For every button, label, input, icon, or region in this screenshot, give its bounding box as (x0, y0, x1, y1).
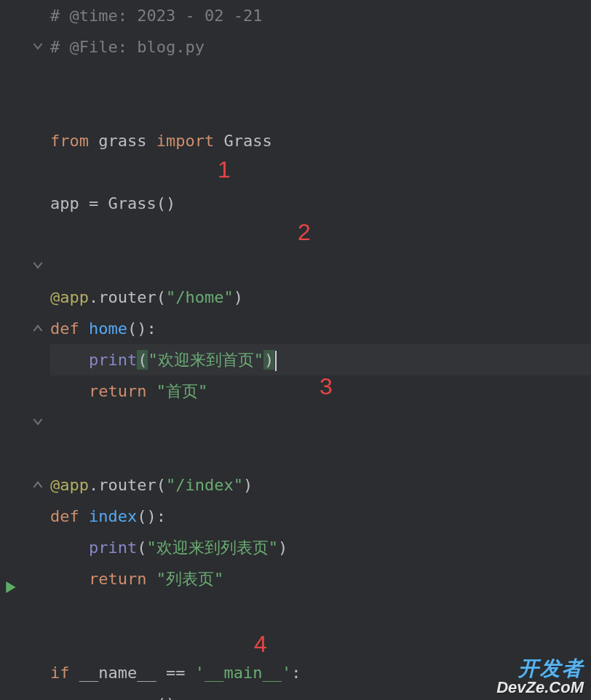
code-area[interactable]: # @time: 2023 - 02 -21 # @File: blog.py … (47, 0, 591, 700)
class-name: Grass (223, 132, 271, 150)
method: .router (89, 476, 156, 494)
matched-paren: ) (263, 350, 274, 370)
code-line[interactable]: print("欢迎来到列表页") (50, 532, 591, 563)
code-line[interactable]: return "列表页" (50, 563, 591, 594)
string: "欢迎来到首页" (148, 351, 263, 369)
code-line[interactable]: from grass import Grass (50, 125, 591, 156)
gutter (0, 0, 47, 700)
string: "列表页" (156, 570, 224, 588)
fold-icon[interactable] (31, 258, 45, 273)
parens: (): (137, 507, 166, 525)
builtin-call: print (89, 538, 137, 557)
keyword: return (89, 382, 146, 400)
fold-icon[interactable] (31, 415, 45, 429)
matched-paren: ( (137, 350, 148, 370)
paren: ( (156, 288, 166, 306)
dunder: __name__ (79, 664, 156, 682)
paren: ( (137, 538, 146, 557)
code-line[interactable]: def home(): (50, 313, 591, 344)
colon: : (291, 664, 301, 682)
code-line[interactable]: app.run() (50, 688, 591, 700)
paren: ( (156, 476, 166, 494)
run-icon[interactable] (4, 580, 18, 594)
function-name: index (89, 507, 137, 525)
keyword: def (50, 507, 79, 525)
parens: (): (127, 319, 156, 338)
text-cursor (275, 351, 277, 371)
keyword: def (50, 319, 79, 338)
method: .router (89, 288, 156, 306)
code-line[interactable] (50, 156, 591, 188)
code-line[interactable] (50, 438, 591, 469)
paren: ) (234, 288, 243, 306)
annotation-number: 3 (320, 371, 333, 402)
code-line[interactable] (50, 63, 591, 94)
string: '__main__' (195, 664, 291, 682)
keyword: from (50, 132, 89, 150)
code-line[interactable] (50, 94, 591, 125)
code-line[interactable]: # @File: blog.py (50, 31, 591, 63)
annotation-number: 2 (298, 217, 311, 248)
paren: ) (243, 476, 253, 494)
code-line[interactable]: def index(): (50, 501, 591, 532)
comment-text: # @File: blog.py (50, 38, 205, 56)
code-line[interactable]: # @time: 2023 - 02 -21 (50, 0, 591, 31)
annotation-number: 1 (218, 154, 231, 186)
code-line[interactable] (50, 219, 591, 250)
method-call: .run() (118, 695, 175, 700)
indent (50, 695, 89, 700)
string: "首页" (156, 382, 208, 400)
paren: ) (278, 538, 287, 557)
module-name: grass (98, 132, 146, 150)
code-line[interactable]: app = Grass() (50, 188, 591, 219)
identifier (89, 132, 98, 150)
keyword: return (89, 570, 146, 588)
string: "/home" (166, 288, 234, 306)
object: app (89, 695, 118, 700)
variable: app (50, 194, 79, 212)
parens: () (156, 194, 176, 212)
keyword: import (156, 132, 214, 150)
code-line[interactable] (50, 250, 591, 282)
operator: = (79, 194, 108, 212)
code-editor[interactable]: # @time: 2023 - 02 -21 # @File: blog.py … (0, 0, 591, 700)
call: Grass (108, 194, 156, 212)
indent (50, 382, 89, 400)
code-line[interactable] (50, 594, 591, 626)
keyword: if (50, 664, 70, 682)
code-line[interactable] (50, 626, 591, 657)
fold-icon[interactable] (31, 39, 45, 54)
string: "欢迎来到列表页" (146, 538, 278, 557)
fold-icon[interactable] (31, 322, 45, 336)
fold-icon[interactable] (31, 478, 45, 493)
decorator: @app (50, 288, 89, 306)
operator: == (156, 664, 195, 682)
indent (50, 538, 89, 557)
indent (50, 351, 89, 369)
code-line[interactable]: if __name__ == '__main__': (50, 657, 591, 688)
string: "/index" (166, 476, 243, 494)
function-name: home (89, 319, 127, 338)
builtin-call: print (89, 351, 137, 369)
indent (50, 570, 89, 588)
comment-text: # @time: 2023 - 02 -21 (50, 7, 262, 25)
code-line[interactable]: @app.router("/index") (50, 469, 591, 501)
code-line[interactable] (50, 407, 591, 438)
code-line[interactable]: @app.router("/home") (50, 282, 591, 313)
decorator: @app (50, 476, 89, 494)
annotation-number: 4 (254, 629, 267, 660)
